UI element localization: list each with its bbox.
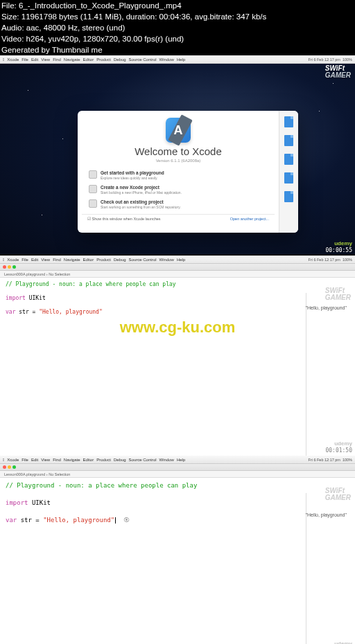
- video-info-line: Video: h264, yuv420p, 1280x720, 30.00 fp…: [0, 33, 355, 44]
- menu-editor[interactable]: Editor: [83, 258, 94, 262]
- menu-product[interactable]: Product: [96, 458, 111, 462]
- file-info-line: File: 6_-_Introduction_to_Xcode_Playgrou…: [0, 0, 355, 11]
- show-checkbox-label[interactable]: ☑ Show this window when Xcode launches: [87, 217, 161, 221]
- macos-menubar:  Xcode File Edit View Find Navigate Edi…: [0, 256, 355, 264]
- macos-menubar:  Xcode File Edit View Find Navigate Edi…: [0, 55, 355, 64]
- swiftgamer-logo: SWiFtGAMER: [325, 488, 351, 501]
- string-literal: "Hello, playground": [39, 309, 103, 315]
- jump-bar[interactable]: Lesson000A.playground › No Selection: [0, 271, 355, 278]
- opt-checkout[interactable]: Check out an existing projectStart worki…: [83, 197, 273, 211]
- menu-xcode[interactable]: Xcode: [7, 57, 19, 62]
- thumbnail-1:  Xcode File Edit View Find Navigate Edi…: [0, 55, 355, 255]
- menu-navigate[interactable]: Navigate: [64, 458, 80, 462]
- menu-file[interactable]: File: [21, 258, 28, 262]
- minimize-icon[interactable]: [8, 465, 11, 469]
- menubar-time: Fri 6 Feb 12:17 pm: [308, 57, 340, 62]
- swiftgamer-logo: SWiFtGAMER: [325, 287, 351, 301]
- code-editor[interactable]: // Playground - noun: a place where peop…: [0, 478, 355, 528]
- recent-doc-icon[interactable]: [284, 154, 293, 165]
- import-keyword: import: [6, 295, 26, 301]
- menu-find[interactable]: Find: [53, 57, 61, 62]
- menu-window[interactable]: Window: [159, 458, 174, 462]
- window-titlebar: [0, 464, 355, 471]
- menu-editor[interactable]: Editor: [83, 57, 94, 62]
- menu-view[interactable]: View: [41, 458, 50, 462]
- menu-view[interactable]: View: [41, 258, 50, 262]
- timestamp-1: 00:00:55: [325, 247, 352, 253]
- menu-xcode[interactable]: Xcode: [7, 258, 19, 262]
- menu-editor[interactable]: Editor: [83, 458, 94, 462]
- menu-file[interactable]: File: [21, 458, 28, 462]
- playground-icon: [89, 170, 97, 179]
- menu-find[interactable]: Find: [53, 458, 61, 462]
- zoom-icon[interactable]: [12, 265, 16, 269]
- welcome-version: Version 6.1.1 (6A2008a): [82, 159, 275, 163]
- result-sidebar-value: "Hello, playground": [306, 512, 347, 517]
- menu-source-control[interactable]: Source Control: [129, 57, 157, 62]
- menu-source-control[interactable]: Source Control: [129, 458, 157, 462]
- import-keyword: import: [6, 499, 28, 506]
- generator-info-line: Generated by Thumbnail me: [0, 44, 355, 55]
- menu-navigate[interactable]: Navigate: [64, 258, 80, 262]
- menu-debug[interactable]: Debug: [114, 57, 126, 62]
- recent-doc-icon[interactable]: [284, 191, 293, 202]
- menu-find[interactable]: Find: [53, 258, 61, 262]
- menu-window[interactable]: Window: [159, 57, 174, 62]
- menu-edit[interactable]: Edit: [31, 458, 38, 462]
- project-icon: [89, 185, 97, 193]
- macos-menubar:  Xcode File Edit View Find Navigate Edi…: [0, 456, 355, 464]
- menu-source-control[interactable]: Source Control: [129, 258, 157, 262]
- menu-file[interactable]: File: [21, 57, 28, 62]
- menubar-time: Fri 6 Feb 12:17 pm: [308, 258, 340, 262]
- menu-product[interactable]: Product: [96, 258, 111, 262]
- code-comment: // Playground - noun: a place where peop…: [6, 281, 176, 287]
- xcode-icon: [166, 118, 191, 143]
- code-comment: // Playground - noun: a place where peop…: [6, 482, 197, 489]
- recent-doc-icon[interactable]: [284, 116, 293, 127]
- menu-help[interactable]: Help: [177, 458, 185, 462]
- menu-help[interactable]: Help: [177, 258, 185, 262]
- menu-edit[interactable]: Edit: [31, 57, 38, 62]
- recent-doc-icon[interactable]: [284, 135, 293, 146]
- scm-icon: [89, 199, 97, 208]
- opt-playground[interactable]: Get started with a playgroundExplore new…: [83, 168, 273, 182]
- minimize-icon[interactable]: [8, 265, 11, 269]
- udemy-watermark: udemy: [334, 641, 352, 644]
- window-titlebar: [0, 264, 355, 271]
- menu-view[interactable]: View: [41, 57, 50, 62]
- zoom-icon[interactable]: [12, 465, 16, 469]
- menu-product[interactable]: Product: [96, 57, 111, 62]
- string-literal: "Hello, playground": [43, 517, 114, 524]
- jump-bar[interactable]: Lesson000A.playground › No Selection: [0, 471, 355, 478]
- apple-icon: : [3, 57, 4, 62]
- menu-window[interactable]: Window: [159, 258, 174, 262]
- timestamp-2: 00:01:50: [325, 447, 352, 454]
- var-keyword: var: [6, 309, 15, 315]
- code-editor[interactable]: // Playground - noun: a place where peop…: [0, 278, 355, 319]
- thumbnail-2:  Xcode File Edit View Find Navigate Edi…: [0, 256, 355, 455]
- close-icon[interactable]: [3, 465, 6, 469]
- recent-projects-sidebar: [279, 111, 298, 233]
- var-name: str =: [19, 309, 35, 315]
- menu-xcode[interactable]: Xcode: [7, 458, 19, 462]
- close-icon[interactable]: [3, 265, 6, 269]
- menu-navigate[interactable]: Navigate: [64, 57, 80, 62]
- menu-help[interactable]: Help: [177, 57, 185, 62]
- opt-new-project[interactable]: Create a new Xcode projectStart building…: [83, 183, 273, 197]
- swiftgamer-logo: SWiFtGAMER: [325, 65, 351, 79]
- audio-info-line: Audio: aac, 48000 Hz, stereo (und): [0, 22, 355, 33]
- import-module: UIKit: [29, 295, 46, 301]
- apple-icon: : [3, 458, 4, 462]
- welcome-title: Welcome to Xcode: [82, 145, 275, 157]
- menubar-battery: 100%: [343, 258, 352, 262]
- udemy-watermark: udemy: [334, 240, 352, 247]
- open-another-link[interactable]: Open another project...: [230, 217, 269, 221]
- menu-debug[interactable]: Debug: [114, 258, 126, 262]
- recent-doc-icon[interactable]: [284, 172, 293, 184]
- import-module: UIKit: [32, 499, 51, 506]
- menu-edit[interactable]: Edit: [31, 258, 38, 262]
- menu-debug[interactable]: Debug: [114, 458, 126, 462]
- menubar-time: Fri 6 Feb 12:17 pm: [308, 458, 340, 462]
- welcome-window: Welcome to Xcode Version 6.1.1 (6A2008a)…: [78, 111, 298, 233]
- results-gutter-divider: [306, 293, 306, 469]
